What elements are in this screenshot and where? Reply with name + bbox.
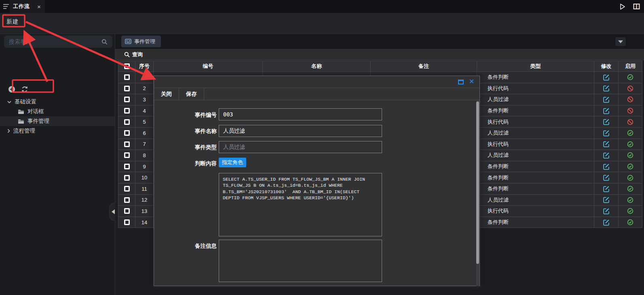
edit-icon[interactable]	[603, 163, 610, 170]
dialog-scrollbar	[476, 101, 479, 286]
caret-down-icon	[618, 40, 623, 43]
sidebar: 基础设置 对话框 事件管理 流程管理	[0, 34, 115, 295]
row-type: 执行代码	[477, 139, 594, 150]
chevron-down-icon	[7, 101, 11, 103]
event-type-input[interactable]	[219, 141, 382, 153]
header-checkbox[interactable]	[124, 63, 130, 69]
enable-status-icon[interactable]	[627, 96, 633, 103]
row-type: 条件判断	[477, 172, 594, 183]
col-header-seq: 序号	[135, 61, 154, 72]
event-edit-dialog: ✕ 关闭 保存 事件编号 事件名称 事件类型 判断内容 指定角色 SELECT …	[154, 76, 480, 286]
row-type: 人员过滤	[477, 150, 594, 161]
edit-icon[interactable]	[603, 107, 610, 114]
query-button[interactable]: 查询	[124, 51, 143, 58]
edit-icon[interactable]	[603, 130, 610, 137]
col-header-enable: 启用	[619, 61, 642, 72]
row-checkbox[interactable]	[124, 130, 130, 136]
search-icon	[101, 39, 108, 45]
collapse-left-icon	[112, 209, 115, 214]
edit-icon[interactable]	[603, 219, 610, 226]
folder-icon	[18, 119, 24, 124]
row-type: 人员过滤	[477, 94, 594, 105]
row-checkbox[interactable]	[124, 97, 130, 102]
row-seq: 4	[135, 105, 154, 117]
tree-item-process-management[interactable]: 流程管理	[0, 126, 115, 136]
enable-status-icon[interactable]	[627, 85, 633, 92]
tab-dropdown-button[interactable]	[615, 37, 626, 46]
row-seq: 5	[135, 116, 154, 128]
menu-icon[interactable]	[3, 4, 10, 9]
enable-status-icon[interactable]	[627, 130, 633, 136]
row-seq: 2	[135, 83, 154, 95]
edit-icon[interactable]	[603, 152, 610, 159]
row-checkbox[interactable]	[124, 152, 130, 158]
enable-status-icon[interactable]	[627, 74, 633, 80]
tree-item-label: 基础设置	[15, 98, 36, 105]
tab-close-icon[interactable]: ×	[37, 3, 41, 10]
enable-status-icon[interactable]	[627, 175, 633, 181]
event-type-label: 事件类型	[154, 144, 217, 151]
edit-icon[interactable]	[603, 85, 610, 92]
row-checkbox[interactable]	[124, 86, 130, 91]
dialog-close-icon[interactable]: ✕	[469, 78, 474, 85]
dialog-close-button[interactable]: 关闭	[154, 88, 179, 100]
row-checkbox[interactable]	[124, 141, 130, 147]
edit-icon[interactable]	[603, 208, 610, 215]
edit-icon[interactable]	[603, 141, 610, 148]
edit-icon[interactable]	[603, 74, 610, 81]
refresh-icon[interactable]	[21, 86, 28, 93]
enable-status-icon[interactable]	[627, 141, 633, 148]
run-icon[interactable]	[619, 3, 626, 10]
add-circle-icon[interactable]	[8, 86, 15, 93]
row-checkbox[interactable]	[124, 175, 130, 181]
row-checkbox[interactable]	[124, 74, 130, 80]
row-checkbox[interactable]	[124, 197, 130, 203]
dialog-save-button[interactable]: 保存	[179, 88, 204, 100]
tree-item-basic-settings[interactable]: 基础设置	[0, 97, 115, 107]
row-checkbox[interactable]	[124, 108, 130, 114]
row-type: 执行代码	[477, 116, 594, 128]
col-header-name: 名称	[263, 61, 371, 72]
search-icon	[124, 52, 130, 57]
tab-event-management[interactable]: 事件管理	[121, 36, 161, 47]
event-code-input[interactable]	[219, 108, 382, 120]
main-toolbar: 新建	[0, 13, 644, 34]
window-tab-workflow[interactable]: 工作流 ×	[10, 0, 45, 13]
split-columns-icon[interactable]	[633, 3, 640, 10]
row-checkbox[interactable]	[124, 119, 130, 125]
row-seq: 9	[135, 161, 154, 173]
tree-item-event-management[interactable]: 事件管理	[0, 116, 115, 126]
enable-status-icon[interactable]	[627, 208, 633, 214]
event-name-input[interactable]	[219, 125, 382, 137]
row-checkbox[interactable]	[124, 186, 130, 192]
edit-icon[interactable]	[603, 174, 610, 181]
edit-icon[interactable]	[603, 196, 610, 203]
scrollbar-thumb[interactable]	[476, 101, 479, 264]
maximize-icon[interactable]	[458, 80, 464, 84]
sql-content-box[interactable]: SELECT A.TS_USER_ID FROM TS_FLOW_JS_BM A…	[219, 173, 382, 236]
remark-textarea[interactable]	[219, 240, 382, 282]
assign-role-button[interactable]: 指定角色	[219, 158, 246, 167]
enable-status-icon[interactable]	[627, 185, 633, 192]
row-checkbox[interactable]	[124, 219, 130, 225]
enable-status-icon[interactable]	[627, 163, 633, 170]
table-header-row: 序号 编号 名称 备注 类型 修改 启用	[118, 61, 642, 72]
search-input[interactable]	[4, 38, 101, 45]
enable-status-icon[interactable]	[627, 107, 633, 114]
enable-status-icon[interactable]	[627, 119, 633, 125]
row-checkbox[interactable]	[124, 164, 130, 169]
new-button[interactable]: 新建	[6, 18, 19, 25]
dialog-header: ✕	[154, 76, 479, 88]
enable-status-icon[interactable]	[627, 197, 633, 203]
row-seq: 6	[135, 128, 154, 139]
row-type: 人员过滤	[477, 195, 594, 206]
edit-icon[interactable]	[603, 118, 610, 125]
enable-status-icon[interactable]	[627, 219, 633, 225]
enable-status-icon[interactable]	[627, 152, 633, 158]
tree-item-dialog[interactable]: 对话框	[0, 107, 115, 116]
edit-icon[interactable]	[603, 185, 610, 192]
row-seq: 12	[135, 195, 154, 206]
row-checkbox[interactable]	[124, 208, 130, 214]
row-type: 条件判断	[477, 72, 594, 83]
edit-icon[interactable]	[603, 96, 610, 103]
